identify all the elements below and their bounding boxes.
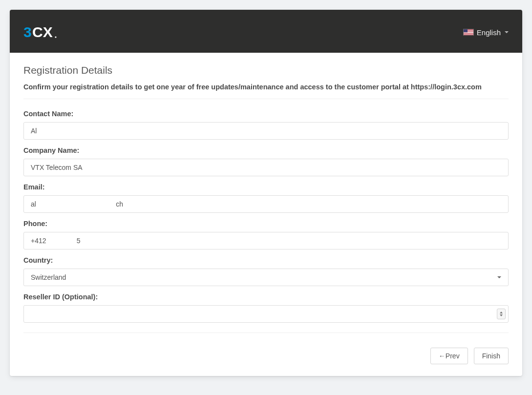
field-contact-name: Contact Name:: [23, 110, 509, 140]
registration-card: 3 CX English Registration Details Confir…: [10, 10, 522, 376]
footer-divider: [23, 333, 509, 333]
divider: [23, 99, 509, 99]
page-title: Registration Details: [23, 64, 509, 76]
contact-name-input[interactable]: [23, 122, 509, 140]
flag-us-icon: [463, 29, 474, 36]
reseller-id-input[interactable]: [23, 305, 509, 323]
language-label: English: [477, 28, 501, 37]
reseller-id-label: Reseller ID (Optional):: [23, 293, 509, 301]
phone-input[interactable]: [23, 232, 509, 249]
header-bar: 3 CX English: [10, 10, 522, 53]
email-label: Email:: [23, 183, 509, 191]
prev-button[interactable]: ←Prev: [430, 348, 468, 364]
field-reseller-id: Reseller ID (Optional):: [23, 293, 509, 323]
stepper-down-icon: [500, 314, 503, 316]
company-name-label: Company Name:: [23, 146, 509, 154]
page-subtitle: Confirm your registration details to get…: [23, 83, 509, 91]
footer-actions: ←Prev Finish: [10, 348, 522, 376]
field-company-name: Company Name:: [23, 146, 509, 176]
brand-logo: 3 CX: [23, 23, 70, 41]
field-phone: Phone:: [23, 220, 509, 249]
country-label: Country:: [23, 256, 509, 264]
country-select[interactable]: Switzerland: [23, 269, 509, 286]
field-email: Email:: [23, 183, 509, 213]
svg-text:CX: CX: [32, 24, 53, 40]
company-name-input[interactable]: [23, 159, 509, 176]
logo-3cx-icon: 3 CX: [23, 23, 70, 41]
stepper-up-icon: [500, 312, 503, 313]
phone-label: Phone:: [23, 220, 509, 228]
caret-down-icon: [505, 31, 509, 33]
content-area: Registration Details Confirm your regist…: [10, 53, 522, 348]
email-input[interactable]: [23, 195, 509, 213]
finish-button[interactable]: Finish: [474, 348, 509, 364]
svg-point-2: [55, 36, 56, 38]
contact-name-label: Contact Name:: [23, 110, 509, 118]
language-selector[interactable]: English: [463, 28, 509, 37]
stepper-buttons[interactable]: [497, 309, 506, 319]
svg-text:3: 3: [23, 24, 32, 40]
field-country: Country: Switzerland: [23, 256, 509, 286]
